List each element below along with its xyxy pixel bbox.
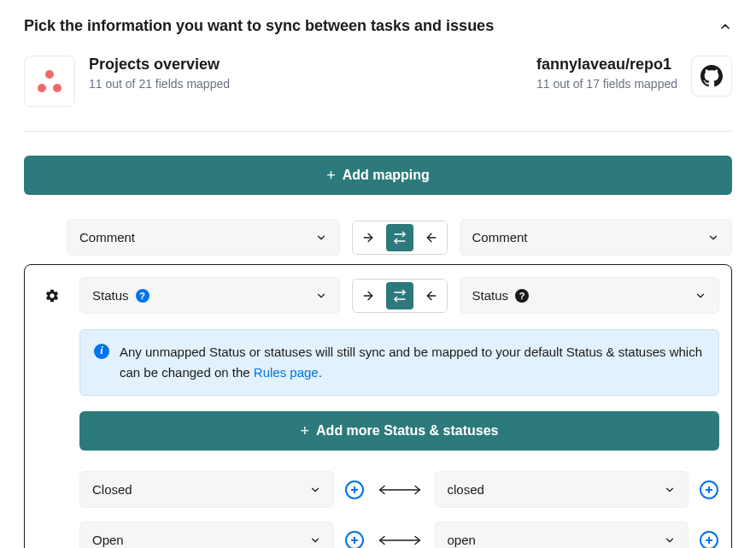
direction-left-button[interactable] bbox=[416, 280, 447, 312]
target-field-select-status[interactable]: Status ? bbox=[460, 277, 720, 314]
add-source-value-button[interactable] bbox=[344, 530, 365, 549]
source-field-label: Comment bbox=[79, 230, 135, 245]
add-more-status-button[interactable]: + Add more Status & statuses bbox=[79, 411, 719, 451]
chevron-down-icon bbox=[309, 534, 321, 546]
direction-right-button[interactable] bbox=[353, 221, 384, 254]
arrow-left-icon bbox=[425, 231, 438, 245]
chevron-down-icon bbox=[707, 232, 719, 244]
add-target-value-button[interactable] bbox=[699, 530, 719, 549]
target-field-label: Comment bbox=[472, 230, 528, 245]
target-field-select-comment[interactable]: Comment bbox=[460, 219, 733, 256]
arrow-right-icon bbox=[361, 231, 375, 245]
help-icon[interactable]: ? bbox=[136, 289, 149, 303]
arrows-both-icon bbox=[393, 231, 407, 245]
source-project-name: Projects overview bbox=[89, 56, 230, 74]
add-mapping-label: Add mapping bbox=[343, 168, 430, 183]
target-status-value-select[interactable]: closed bbox=[435, 471, 689, 508]
chevron-down-icon bbox=[315, 232, 327, 244]
info-banner: i Any unmapped Status or statuses will s… bbox=[79, 329, 719, 396]
status-value-label: closed bbox=[448, 482, 484, 497]
direction-both-button[interactable] bbox=[386, 224, 413, 251]
asana-icon bbox=[38, 70, 62, 92]
chevron-down-icon bbox=[664, 534, 676, 546]
direction-right-button[interactable] bbox=[353, 280, 384, 312]
plus-icon: + bbox=[301, 423, 310, 439]
status-value-label: open bbox=[448, 533, 476, 547]
arrows-both-icon bbox=[393, 289, 407, 303]
target-repo-name: fannylaveau/repo1 bbox=[536, 56, 677, 74]
bidirectional-arrow-icon bbox=[375, 534, 425, 546]
chevron-down-icon bbox=[664, 484, 676, 496]
rules-page-link[interactable]: Rules page bbox=[254, 365, 319, 380]
source-status-value-select[interactable]: Closed bbox=[79, 471, 334, 508]
status-value-label: Closed bbox=[92, 482, 132, 497]
chevron-down-icon bbox=[694, 290, 706, 302]
info-icon: i bbox=[94, 344, 109, 359]
info-text: Any unmapped Status or statuses will sti… bbox=[120, 345, 702, 380]
arrow-right-icon bbox=[361, 289, 375, 303]
chevron-down-icon bbox=[315, 290, 327, 302]
add-more-status-label: Add more Status & statuses bbox=[316, 423, 498, 439]
target-mapped-count: 11 out of 17 fields mapped bbox=[536, 77, 677, 91]
add-source-value-button[interactable] bbox=[344, 480, 365, 500]
source-status-label: Status bbox=[92, 288, 129, 303]
source-field-select-comment[interactable]: Comment bbox=[67, 219, 340, 256]
sync-direction-toggle bbox=[352, 279, 448, 313]
collapse-chevron-icon[interactable] bbox=[718, 20, 732, 33]
bidirectional-arrow-icon bbox=[375, 484, 425, 496]
source-field-select-status[interactable]: Status ? bbox=[79, 277, 340, 314]
plus-icon: + bbox=[326, 168, 336, 183]
direction-left-button[interactable] bbox=[416, 221, 447, 254]
add-mapping-button[interactable]: + Add mapping bbox=[24, 156, 732, 195]
status-value-label: Open bbox=[92, 533, 124, 547]
target-status-value-select[interactable]: open bbox=[435, 521, 689, 548]
github-icon bbox=[700, 65, 723, 87]
source-mapped-count: 11 out of 21 fields mapped bbox=[89, 77, 230, 91]
info-text-end: . bbox=[319, 365, 322, 380]
sync-direction-toggle bbox=[352, 221, 448, 255]
chevron-down-icon bbox=[309, 484, 321, 496]
arrow-left-icon bbox=[425, 289, 438, 303]
target-app-icon-box bbox=[691, 56, 732, 97]
source-app-icon-box bbox=[24, 56, 75, 107]
section-title: Pick the information you want to sync be… bbox=[24, 17, 494, 35]
source-status-value-select[interactable]: Open bbox=[79, 521, 334, 548]
target-status-label: Status bbox=[472, 288, 509, 303]
add-target-value-button[interactable] bbox=[699, 480, 719, 500]
help-icon[interactable]: ? bbox=[515, 289, 529, 303]
gear-icon[interactable] bbox=[44, 288, 60, 303]
direction-both-button[interactable] bbox=[386, 282, 413, 309]
